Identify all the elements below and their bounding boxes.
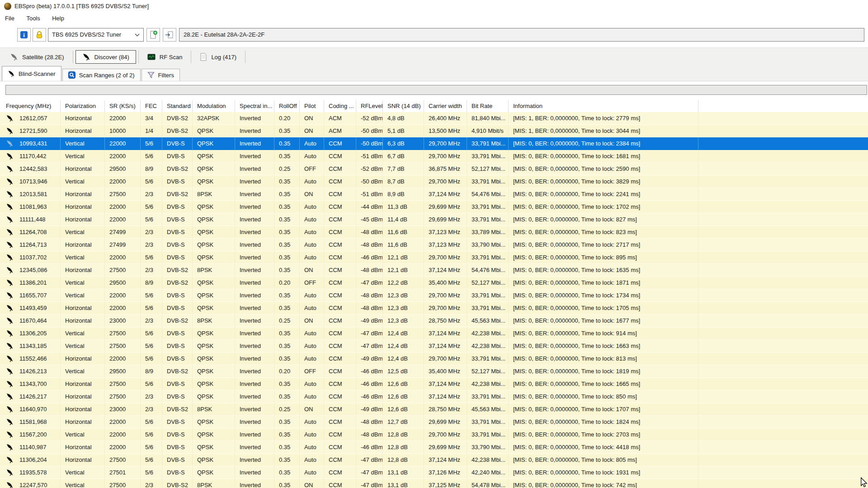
column-header[interactable]: Spectral in... [235,100,274,112]
subtab-filters[interactable]: Filters [142,69,180,81]
column-header[interactable]: Pilot [300,100,324,112]
table-row[interactable]: 11581,968Horizontal220005/6DVB-SQPSKInve… [0,416,868,428]
cell-polarization: Vertical [61,466,105,479]
cell-sr-ks-s: 27500 [105,454,141,466]
table-row[interactable]: 11306,205Vertical275005/6DVB-SQPSKInvert… [0,327,868,340]
cell-bit-rate: 33,790 Mbi... [467,239,509,251]
column-header[interactable]: Carrier width [424,100,467,112]
import-button[interactable] [163,28,176,42]
cell-rflevel: -49 dBm [356,352,383,365]
table-row[interactable]: 11343,185Vertical275005/6DVB-SQPSKInvert… [0,340,868,352]
menu-help[interactable]: Help [47,13,69,24]
table-row[interactable]: 12721,590Horizontal100001/4DVB-S2QPSKInv… [0,125,868,137]
table-row[interactable]: 11111,448Horizontal220005/6DVB-SQPSKInve… [0,213,868,226]
cell-pilot: Auto [300,428,324,441]
table-row[interactable]: 11037,702Vertical220005/6DVB-SQPSKInvert… [0,251,868,264]
cell-standard: DVB-S [162,327,193,339]
cell-sr-ks-s: 22000 [105,302,141,314]
table-row[interactable]: 11264,708Vertical274992/3DVB-SQPSKInvert… [0,226,868,239]
cell-modulation: QPSK [193,466,235,479]
column-header[interactable]: Bit Rate [467,100,509,112]
cell-fec: 5/6 [141,327,162,339]
table-row[interactable]: 11655,707Vertical220005/6DVB-SQPSKInvert… [0,289,868,302]
info-button[interactable]: i [17,28,31,42]
satellite-position-field[interactable]: 28.2E - Eutelsat 28A-2A-2E-2F [179,28,864,42]
column-header[interactable]: Polarization [61,100,105,112]
table-row[interactable]: 11640,970Horizontal230002/3DVB-S28PSKInv… [0,403,868,416]
cell-filler [698,226,868,238]
cell-filler [698,416,868,428]
cell-rolloff: 0.35 [274,188,300,200]
cell-information: [MIS: 0, BER: 0,0000000, Time to lock: 3… [509,175,698,188]
table-row[interactable]: 11386,201Vertical295008/9DVB-S2QPSKInver… [0,277,868,289]
cell-bit-rate: 54,476 Mbi... [467,188,509,200]
tab-label: Log (417) [211,54,236,61]
table-row[interactable]: 10713,946Vertical220005/6DVB-SQPSKInvert… [0,175,868,188]
table-row[interactable]: 10993,431Vertical220005/6DVB-SQPSKInvert… [0,137,868,150]
menu-tools[interactable]: Tools [21,13,45,24]
table-row[interactable]: 11264,713Horizontal274992/3DVB-SQPSKInve… [0,239,868,251]
cell-information: [MIS: 1, BER: 0,0000000, Time to lock: 2… [509,112,698,124]
table-row[interactable]: 11426,217Horizontal275002/3DVB-SQPSKInve… [0,390,868,403]
tab-satellite[interactable]: Satellite (28.2E) [4,50,71,64]
cell-polarization: Vertical [61,365,105,377]
cell-rflevel: -47 dBm [356,466,383,479]
table-row[interactable]: 12013,581Horizontal275002/3DVB-S28PSKInv… [0,188,868,201]
cell-filler [698,188,868,200]
log-document-icon [200,53,207,61]
table-row[interactable]: 11140,987Horizontal220005/6DVB-SQPSKInve… [0,441,868,454]
column-header[interactable]: RFLevel [356,100,383,112]
column-header[interactable]: Standard [162,100,193,112]
cell-sr-ks-s: 22000 [105,213,141,225]
column-header[interactable]: RollOff [274,100,300,112]
table-row[interactable]: 11343,700Horizontal275005/6DVB-SQPSKInve… [0,378,868,390]
column-header[interactable]: Frequency (MHz) [0,100,61,112]
cell-spectral-in: Inverted [235,201,274,213]
table-row[interactable]: 11567,200Vertical220005/6DVB-SQPSKInvert… [0,428,868,441]
cell-information: [MIS: 0, BER: 0,0000000, Time to lock: 2… [509,239,698,251]
cell-snr-14-db: 8,9 dB [383,188,424,200]
table-row[interactable]: 11170,442Vertical220005/6DVB-SQPSKInvert… [0,150,868,163]
table-row[interactable]: 11306,204Horizontal275005/6DVB-SQPSKInve… [0,454,868,466]
table-row[interactable]: 12442,583Horizontal295008/9DVB-S2QPSKInv… [0,163,868,175]
table-row[interactable]: 11081,963Horizontal220005/6DVB-SQPSKInve… [0,201,868,213]
column-header[interactable]: FEC [141,100,162,112]
table-row[interactable]: 12247,570Vertical275002/3DVB-S28PSKInver… [0,479,868,488]
tab-log[interactable]: Log (417) [193,50,243,64]
tab-separator [73,51,73,63]
column-header[interactable]: Coding ... [324,100,356,112]
column-header[interactable]: SNR (14 dB) [383,100,424,112]
table-row[interactable]: 11935,578Vertical275015/6DVB-SQPSKInvert… [0,466,868,479]
table-row[interactable]: 11493,459Horizontal220005/6DVB-SQPSKInve… [0,302,868,314]
subtab-blind-scanner[interactable]: Blind-Scanner [2,66,61,81]
cell-fec: 2/3 [141,264,162,276]
cell-sr-ks-s: 22000 [105,289,141,301]
table-row[interactable]: 11426,213Vertical295008/9DVB-S2QPSKInver… [0,365,868,378]
cell-filler [698,302,868,314]
cell-filler [698,137,868,150]
tuner-select[interactable]: TBS 6925 DVBS/S2 Tuner [48,28,144,42]
new-satellite-button[interactable] [146,28,160,42]
lock-button[interactable] [33,28,46,42]
cell-carrier-width: 29,700 MHz [424,150,467,162]
table-row[interactable]: 11670,464Horizontal230002/3DVB-S28PSKInv… [0,314,868,327]
satellite-dish-icon [6,443,14,451]
tab-discover[interactable]: Discover (84) [75,50,136,64]
cell-modulation: QPSK [193,441,235,453]
cell-fec: 2/3 [141,390,162,403]
subtab-scan-ranges[interactable]: Scan Ranges (2 of 2) [62,69,141,81]
cell-information: [MIS: 1, BER: 0,0000000, Time to lock: 3… [509,125,698,137]
satellite-dish-icon [6,127,14,135]
column-header[interactable]: Modulation [193,100,235,112]
tab-rf-scan[interactable]: RF Scan [141,50,189,64]
table-row[interactable]: 12345,086Horizontal275002/3DVB-S28PSKInv… [0,264,868,277]
column-header[interactable]: Information [509,100,698,112]
table-row[interactable]: 11552,466Horizontal220005/6DVB-SQPSKInve… [0,352,868,365]
table-row[interactable]: 12612,057Horizontal220003/4DVB-S232APSKI… [0,112,868,125]
column-header[interactable]: SR (KS/s) [105,100,141,112]
menu-file[interactable]: File [0,13,19,24]
cell-rolloff: 0.35 [274,289,300,301]
cell-pilot: Auto [300,441,324,453]
svg-text:i: i [23,32,25,38]
cell-bit-rate: 33,791 Mbi... [467,201,509,213]
